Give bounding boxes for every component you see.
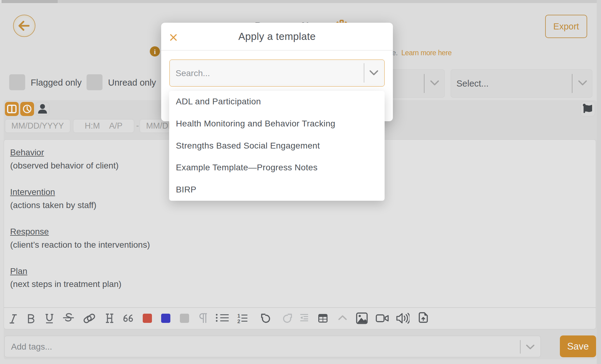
svg-text:i: i: [154, 48, 156, 56]
svg-text:2: 2: [237, 319, 240, 324]
svg-text:1: 1: [237, 313, 240, 319]
